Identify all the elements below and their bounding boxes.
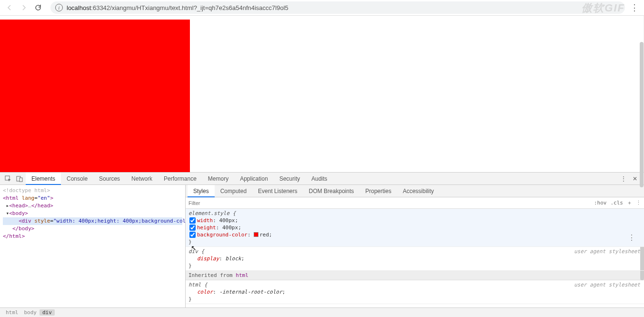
prop-checkbox-width[interactable] <box>189 217 196 224</box>
crumb-body[interactable]: body <box>21 309 40 316</box>
tab-application[interactable]: Application <box>234 173 274 185</box>
tab-memory[interactable]: Memory <box>202 173 234 185</box>
selected-dom-node[interactable]: <div style="width: 400px;height: 400px;b… <box>3 217 182 225</box>
crumb-div[interactable]: div <box>40 309 55 316</box>
prop-checkbox-bgcolor[interactable] <box>189 232 196 238</box>
url-text: localhost:63342/xiangmu/HTxiangmu/text.h… <box>67 4 288 11</box>
crumb-html[interactable]: html <box>3 309 21 316</box>
hov-toggle[interactable]: :hov <box>594 200 607 206</box>
site-info-icon[interactable]: i <box>55 4 63 11</box>
subtab-event-listeners[interactable]: Event Listeners <box>252 185 303 197</box>
element-style-rule[interactable]: element.style { width: 400px; height: 40… <box>186 209 644 247</box>
div-rule[interactable]: user agent stylesheet div { display: blo… <box>186 247 644 271</box>
inherited-link[interactable]: html <box>236 272 248 278</box>
rule-more-icon[interactable]: ⋮ <box>628 235 635 240</box>
inspect-element-icon[interactable] <box>3 174 13 184</box>
tab-console[interactable]: Console <box>61 173 93 185</box>
dom-breadcrumb: html body div <box>0 307 644 317</box>
forward-button[interactable] <box>18 2 30 13</box>
devtools-body: <!doctype html> <html lang="en"> ▸<head>… <box>0 185 644 307</box>
styles-filter-row: :hov .cls ＋ ⋮ <box>186 197 644 209</box>
devtools-close-icon[interactable]: ✕ <box>630 174 640 184</box>
reload-button[interactable] <box>32 2 44 13</box>
styles-content[interactable]: element.style { width: 400px; height: 40… <box>186 209 644 307</box>
inherited-from-bar: Inherited from html <box>186 271 644 280</box>
browser-toolbar: i localhost:63342/xiangmu/HTxiangmu/text… <box>0 0 644 16</box>
red-div <box>0 20 190 172</box>
tab-audits[interactable]: Audits <box>306 173 333 185</box>
chrome-menu-icon[interactable]: ⋮ <box>629 2 640 13</box>
address-bar[interactable]: i localhost:63342/xiangmu/HTxiangmu/text… <box>50 1 625 14</box>
devtools-menu-icon[interactable]: ⋮ <box>618 174 629 184</box>
devtools-tabs: Elements Console Sources Network Perform… <box>0 173 644 185</box>
page-scrollbar[interactable] <box>640 42 644 187</box>
subtab-styles[interactable]: Styles <box>188 185 215 197</box>
svg-rect-2 <box>20 178 22 182</box>
tab-elements[interactable]: Elements <box>26 173 61 185</box>
cls-toggle[interactable]: .cls <box>611 200 624 206</box>
back-button[interactable] <box>4 2 15 13</box>
subtab-computed[interactable]: Computed <box>215 185 252 197</box>
tab-network[interactable]: Network <box>126 173 158 185</box>
page-viewport <box>0 16 644 172</box>
tab-security[interactable]: Security <box>274 173 306 185</box>
watermark-text: 傲软GIF <box>582 1 625 15</box>
ua-label-2: user agent stylesheet <box>574 281 640 288</box>
subtab-accessibility[interactable]: Accessibility <box>397 185 439 197</box>
html-rule[interactable]: user agent stylesheet html { color: -int… <box>186 280 644 304</box>
styles-more-icon[interactable]: ⋮ <box>636 200 641 206</box>
subtab-properties[interactable]: Properties <box>359 185 397 197</box>
tab-performance[interactable]: Performance <box>158 173 202 185</box>
styles-filter-input[interactable] <box>188 200 594 206</box>
styles-panel: Styles Computed Event Listeners DOM Brea… <box>186 185 644 307</box>
subtab-dom-breakpoints[interactable]: DOM Breakpoints <box>303 185 360 197</box>
ua-label: user agent stylesheet <box>574 248 640 255</box>
device-toolbar-icon[interactable] <box>14 174 25 184</box>
styles-subtabs: Styles Computed Event Listeners DOM Brea… <box>186 185 644 197</box>
prop-checkbox-height[interactable] <box>189 225 196 231</box>
tab-sources[interactable]: Sources <box>93 173 126 185</box>
devtools: Elements Console Sources Network Perform… <box>0 172 644 317</box>
new-style-rule-icon[interactable]: ＋ <box>627 199 632 206</box>
color-swatch-icon[interactable] <box>254 232 258 237</box>
dom-tree-panel[interactable]: <!doctype html> <html lang="en"> ▸<head>… <box>0 185 186 307</box>
